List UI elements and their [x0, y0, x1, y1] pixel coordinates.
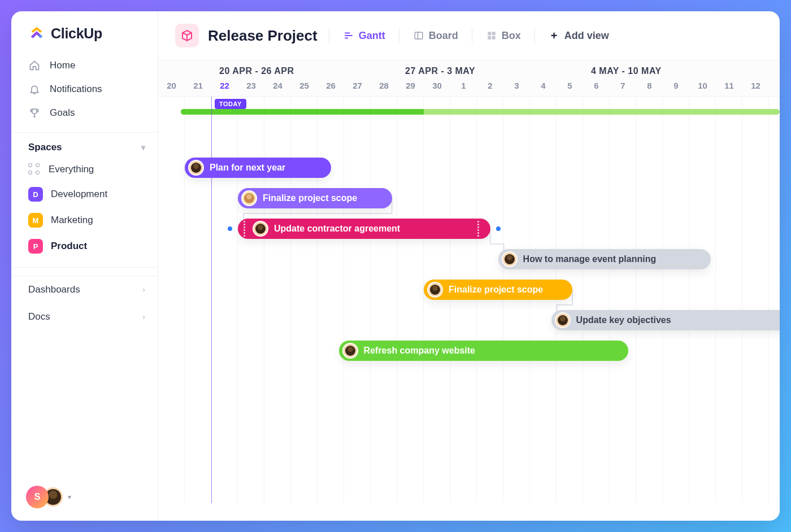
gantt-task-bar[interactable]: Update key objectives — [551, 310, 780, 330]
brand-logo[interactable]: ClickUp — [11, 25, 158, 54]
gantt-timeline: 20 APR - 26 APR27 APR - 3 MAY4 MAY - 10 … — [158, 60, 780, 521]
day-label[interactable]: 1 — [450, 79, 477, 96]
nav-label: Goals — [50, 107, 75, 119]
day-label[interactable]: 20 — [158, 79, 185, 96]
sidebar-item-label: Docs — [28, 311, 50, 322]
day-label[interactable]: 7 — [610, 79, 636, 96]
topbar: Release Project Gantt Board — [158, 11, 780, 60]
task-label: Finalize project scope — [263, 193, 357, 203]
gantt-task-bar[interactable]: Update contractor agreement — [238, 219, 490, 239]
assignee-avatar — [342, 343, 358, 359]
sidebar-item-label: Marketing — [51, 215, 93, 226]
dependency-dot — [228, 226, 232, 231]
day-label[interactable]: 11 — [716, 79, 742, 96]
assignee-avatar — [427, 282, 443, 298]
assignee-avatar — [241, 190, 257, 206]
project-title: Release Project — [208, 27, 318, 45]
timeline-header: 20 APR - 26 APR27 APR - 3 MAY4 MAY - 10 … — [158, 60, 780, 97]
view-label: Box — [502, 30, 521, 42]
day-label[interactable]: 25 — [291, 79, 318, 96]
view-tab-board[interactable]: Board — [411, 27, 460, 45]
day-label[interactable]: 30 — [424, 79, 450, 96]
divider — [11, 132, 158, 133]
drag-handle-icon[interactable] — [476, 221, 481, 237]
gantt-task-bar[interactable]: Finalize project scope — [424, 280, 572, 300]
svg-rect-3 — [488, 36, 491, 40]
day-label[interactable]: 12 — [742, 79, 769, 96]
sidebar: ClickUp Home Notifications — [11, 11, 158, 521]
day-label[interactable]: 28 — [371, 79, 397, 96]
gantt-task-bar[interactable]: Plan for next year — [185, 158, 331, 178]
view-tab-gantt[interactable]: Gantt — [341, 27, 388, 45]
assignee-avatar — [555, 312, 571, 328]
plus-icon: + — [549, 30, 560, 41]
board-icon — [413, 30, 424, 41]
nav-notifications[interactable]: Notifications — [16, 78, 153, 101]
sidebar-item-label: Product — [51, 241, 87, 252]
gantt-task-bar[interactable]: Refresh company website — [339, 341, 628, 361]
day-label[interactable]: 5 — [557, 79, 583, 96]
day-label[interactable]: 29 — [397, 79, 424, 96]
bell-icon — [28, 84, 41, 95]
avatar-initial: S — [34, 492, 41, 502]
sidebar-item-label: Everything — [49, 164, 94, 175]
everything-icon — [28, 163, 41, 176]
chevron-right-icon: › — [142, 312, 145, 321]
day-label[interactable]: 9 — [663, 79, 689, 96]
home-icon — [28, 60, 41, 71]
day-label[interactable]: 27 — [344, 79, 371, 96]
space-chip-icon: M — [28, 213, 43, 228]
avatar: S — [26, 486, 49, 508]
divider — [11, 267, 158, 268]
divider — [399, 28, 399, 43]
day-label[interactable]: 8 — [636, 79, 663, 96]
trophy-icon — [28, 107, 41, 119]
view-label: Gantt — [359, 30, 385, 42]
assignee-avatar — [188, 160, 204, 176]
task-label: Update key objectives — [576, 315, 671, 325]
nav-goals[interactable]: Goals — [16, 102, 153, 124]
sidebar-item-everything[interactable]: Everything — [11, 158, 158, 181]
sidebar-item-marketing[interactable]: MMarketing — [11, 207, 158, 233]
drag-handle-icon[interactable] — [241, 221, 247, 237]
nav-label: Notifications — [50, 84, 102, 95]
gantt-body[interactable]: TODAY Plan for next yearFinalize project… — [158, 97, 780, 503]
day-label[interactable]: 10 — [689, 79, 716, 96]
task-label: Plan for next year — [210, 163, 285, 173]
project-icon[interactable] — [175, 24, 199, 47]
day-label[interactable]: 26 — [318, 79, 344, 96]
project-progress-fill — [181, 109, 424, 115]
day-label[interactable]: 2 — [477, 79, 503, 96]
spaces-header[interactable]: Spaces ▾ — [11, 141, 158, 158]
dependency-dot — [496, 226, 501, 231]
assignee-avatar — [502, 251, 518, 267]
space-chip-icon: P — [28, 239, 43, 254]
divider — [534, 28, 535, 43]
day-label[interactable]: 6 — [583, 79, 610, 96]
gantt-task-bar[interactable]: Finalize project scope — [238, 188, 392, 208]
chevron-down-icon: ▾ — [68, 493, 71, 501]
day-label[interactable]: 23 — [238, 79, 264, 96]
nav-home[interactable]: Home — [16, 54, 153, 77]
sidebar-item-development[interactable]: DDevelopment — [11, 181, 158, 207]
sidebar-item-product[interactable]: PProduct — [11, 233, 158, 259]
svg-rect-4 — [492, 36, 495, 40]
main-area: Release Project Gantt Board — [158, 11, 780, 521]
primary-nav: Home Notifications Goals — [11, 54, 158, 124]
day-label[interactable]: 4 — [530, 79, 557, 96]
sidebar-item-docs[interactable]: Docs › — [11, 303, 158, 330]
sidebar-item-dashboards[interactable]: Dashboards › — [11, 276, 158, 303]
gantt-task-bar[interactable]: How to manage event planning — [498, 249, 711, 269]
svg-rect-2 — [492, 32, 495, 35]
add-view-button[interactable]: + Add view — [546, 27, 611, 45]
app-window: ClickUp Home Notifications — [11, 11, 780, 521]
gantt-icon — [343, 30, 354, 41]
day-label[interactable]: 24 — [264, 79, 291, 96]
day-label[interactable]: 21 — [185, 79, 211, 96]
nav-label: Home — [50, 60, 75, 71]
day-label[interactable]: 3 — [503, 79, 530, 96]
day-label[interactable]: 22 — [211, 79, 238, 96]
view-tab-box[interactable]: Box — [484, 27, 523, 45]
user-switcher[interactable]: S ▾ — [26, 486, 71, 508]
week-label: 4 MAY - 10 MAY — [583, 60, 769, 79]
